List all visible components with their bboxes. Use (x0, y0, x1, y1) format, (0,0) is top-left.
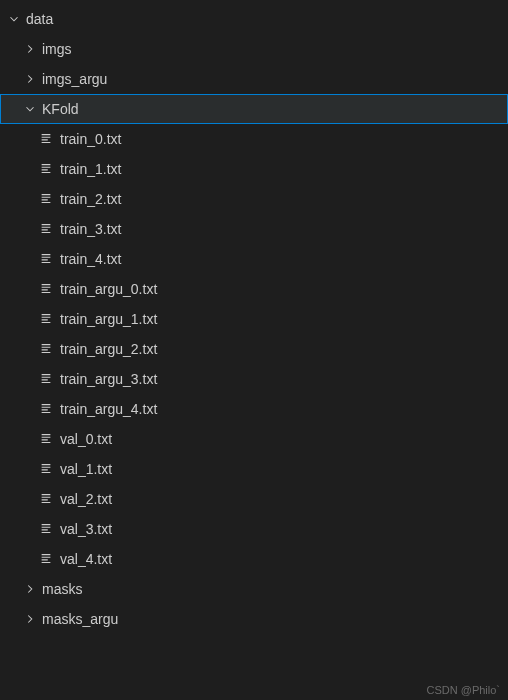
file-item[interactable]: val_1.txt (0, 454, 508, 484)
file-item[interactable]: train_3.txt (0, 214, 508, 244)
file-item[interactable]: train_argu_3.txt (0, 364, 508, 394)
file-label: train_0.txt (60, 124, 121, 154)
text-file-icon (38, 191, 54, 207)
file-label: train_1.txt (60, 154, 121, 184)
file-label: train_argu_4.txt (60, 394, 157, 424)
watermark: CSDN @Philo` (426, 684, 500, 696)
chevron-down-icon (22, 101, 38, 117)
folder-label: imgs (42, 34, 72, 64)
folder-masks-argu[interactable]: masks_argu (0, 604, 508, 634)
file-label: val_0.txt (60, 424, 112, 454)
text-file-icon (38, 341, 54, 357)
text-file-icon (38, 161, 54, 177)
file-item[interactable]: train_2.txt (0, 184, 508, 214)
file-label: val_4.txt (60, 544, 112, 574)
text-file-icon (38, 431, 54, 447)
file-label: train_3.txt (60, 214, 121, 244)
folder-imgs[interactable]: imgs (0, 34, 508, 64)
folder-kfold[interactable]: KFold (0, 94, 508, 124)
folder-label: data (26, 4, 53, 34)
chevron-right-icon (22, 611, 38, 627)
file-item[interactable]: val_4.txt (0, 544, 508, 574)
file-label: val_3.txt (60, 514, 112, 544)
chevron-down-icon (6, 11, 22, 27)
text-file-icon (38, 461, 54, 477)
text-file-icon (38, 491, 54, 507)
file-item[interactable]: train_argu_2.txt (0, 334, 508, 364)
file-label: train_argu_3.txt (60, 364, 157, 394)
file-label: val_2.txt (60, 484, 112, 514)
text-file-icon (38, 131, 54, 147)
chevron-right-icon (22, 41, 38, 57)
folder-label: masks (42, 574, 82, 604)
folder-data[interactable]: data (0, 4, 508, 34)
text-file-icon (38, 371, 54, 387)
text-file-icon (38, 521, 54, 537)
chevron-right-icon (22, 71, 38, 87)
file-item[interactable]: val_3.txt (0, 514, 508, 544)
text-file-icon (38, 251, 54, 267)
file-label: train_argu_0.txt (60, 274, 157, 304)
folder-imgs-argu[interactable]: imgs_argu (0, 64, 508, 94)
file-label: train_4.txt (60, 244, 121, 274)
file-item[interactable]: train_0.txt (0, 124, 508, 154)
text-file-icon (38, 221, 54, 237)
file-item[interactable]: train_argu_0.txt (0, 274, 508, 304)
file-item[interactable]: val_0.txt (0, 424, 508, 454)
file-label: val_1.txt (60, 454, 112, 484)
chevron-right-icon (22, 581, 38, 597)
file-label: train_argu_1.txt (60, 304, 157, 334)
folder-label: KFold (42, 94, 79, 124)
file-item[interactable]: train_argu_1.txt (0, 304, 508, 334)
folder-label: masks_argu (42, 604, 118, 634)
file-explorer-tree: data imgs imgs_argu KFold train_0.txt tr… (0, 0, 508, 634)
text-file-icon (38, 551, 54, 567)
file-item[interactable]: train_argu_4.txt (0, 394, 508, 424)
file-label: train_argu_2.txt (60, 334, 157, 364)
folder-label: imgs_argu (42, 64, 107, 94)
text-file-icon (38, 311, 54, 327)
file-label: train_2.txt (60, 184, 121, 214)
folder-masks[interactable]: masks (0, 574, 508, 604)
text-file-icon (38, 281, 54, 297)
file-item[interactable]: train_4.txt (0, 244, 508, 274)
text-file-icon (38, 401, 54, 417)
file-item[interactable]: val_2.txt (0, 484, 508, 514)
file-item[interactable]: train_1.txt (0, 154, 508, 184)
